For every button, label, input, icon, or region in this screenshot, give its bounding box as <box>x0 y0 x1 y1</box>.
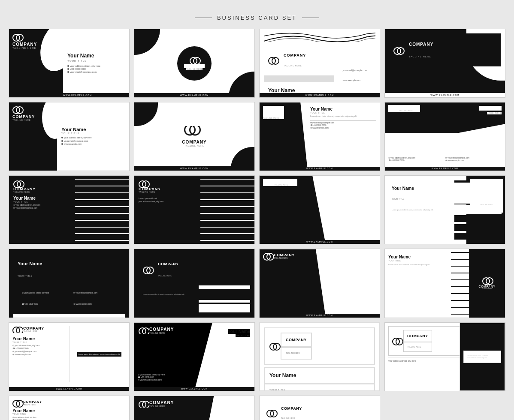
title-line-left <box>195 18 212 18</box>
card-3-co: COMPANY TAGLINE HERE <box>279 50 310 70</box>
card-21-left: COMPANY TAGLINE HERE Your Name YOUR TITL… <box>12 399 69 420</box>
logo-icon <box>13 180 23 187</box>
card-17-lorem: Lorem ipsum dolor sit amet, consectetur … <box>77 352 121 357</box>
card-3-email: youremail@example.com <box>339 66 371 75</box>
email-icon <box>67 71 69 73</box>
card-23-tagline: TAGLINE HERE <box>278 414 305 420</box>
card-18-title: YOUR TITLE <box>236 334 250 337</box>
card-3-wave <box>260 29 380 42</box>
card-18-logo: COMPANY TAGLINE HERE <box>139 327 174 334</box>
logo-icon <box>12 399 22 406</box>
logo-icon <box>139 327 148 334</box>
card-7-logo: COMPANY TAGLINE HERE <box>263 106 284 119</box>
card-15-co: COMPANY TAGLINE HERE <box>274 253 295 259</box>
card-7-website: ⊕ www.example.com <box>310 127 376 129</box>
card-1-title: YOUR TITLE <box>67 60 125 62</box>
logo-icon <box>12 326 22 333</box>
card-3-company: COMPANY <box>279 50 310 61</box>
line <box>200 213 254 214</box>
card-21-phone: ☎ +00 0000 0000 <box>12 418 69 420</box>
card-15-logo: COMPANY TAGLINE HERE <box>263 252 295 259</box>
card-16: COMPANY TAGLINE HERE Your Name YOUR TITL… <box>384 249 505 318</box>
card-17-website: ⊕ www.example.com <box>12 354 70 356</box>
card-14-lorem: Lorem ipsum dolor sit amet, consectetur … <box>139 289 250 300</box>
card-16-lorem: Lorem ipsum dolor sit amet, consectetur … <box>388 264 502 266</box>
card-17-address: ⊙ your address street, city here <box>12 345 70 347</box>
card-23-company: COMPANY <box>278 403 305 414</box>
card-7-website-bar: WWW.EXAMPLE.COM <box>260 167 380 171</box>
card-12: COMPANY TAGLINE HERE Your Name YOUR TITL… <box>384 175 505 244</box>
web-icon <box>61 143 63 145</box>
page-header: BUSINESS CARD SET <box>9 9 505 21</box>
line <box>75 240 129 241</box>
card-7-company: COMPANY <box>263 113 284 117</box>
card-13-address: ⊙ your address street, city here <box>18 288 69 298</box>
card-22-logo: COMPANY TAGLINE HERE <box>139 400 174 408</box>
card-22-tagline: TAGLINE HERE <box>149 405 174 408</box>
page-title: BUSINESS CARD SET <box>195 15 319 21</box>
card-1-logo <box>12 33 60 40</box>
card-14-logo: COMPANY TAGLINE HERE <box>139 253 250 285</box>
logo-icon <box>392 337 402 344</box>
card-7-title: YOUR TITLE <box>310 111 376 114</box>
line <box>75 192 129 193</box>
card-4: COMPANY TAGLINE HERE WWW.EXAMPLE.COM <box>384 29 505 98</box>
card-14-tagline: TAGLINE HERE <box>154 270 183 281</box>
card-3-contact: youremail@example.com www.example.com <box>334 62 375 89</box>
card-9-name: Your Name <box>13 196 125 201</box>
logo-icon <box>269 342 279 349</box>
card-15-company: COMPANY <box>274 253 295 257</box>
card-1-right: Your Name YOUR TITLE your address street… <box>63 29 129 97</box>
line <box>75 179 129 180</box>
card-5-website: www.example.com <box>61 143 125 145</box>
card-13-website: ⊕ www.example.com <box>69 299 121 309</box>
card-20-tagline: TAGLINE HERE <box>403 342 432 352</box>
card-7-tagline: TAGLINE HERE <box>263 117 284 119</box>
card-5-title: YOUR TITLE <box>61 132 125 135</box>
card-8-info: ⊙ your address street, city here ☎ +00 0… <box>388 157 502 162</box>
title-line-right <box>302 18 319 18</box>
card-17-title: YOUR TITLE <box>12 341 70 344</box>
card-3-website-bar: WWW.EXAMPLE.COM <box>260 93 380 97</box>
card-19-logo: COMPANY TAGLINE HERE <box>264 327 375 365</box>
card-14-co: COMPANY TAGLINE HERE <box>154 258 183 281</box>
card-7-name: Your Name <box>310 107 376 111</box>
card-17-left: COMPANY TAGLINE HERE Your Name YOUR TITL… <box>12 326 70 382</box>
card-9: COMPANY TAGLINE HERE Your Name YOUR TITL… <box>9 175 130 244</box>
line <box>200 220 254 221</box>
card-10-lorem: Lorem ipsum dolor sit <box>139 198 250 200</box>
card-6-wave-top <box>134 102 158 126</box>
card-6-center: COMPANY TAGLINE HERE <box>182 126 206 147</box>
card-17-divider <box>69 326 70 382</box>
card-17-tagline: TAGLINE HERE <box>23 330 44 333</box>
card-13-left-contact: ⊙ your address street, city here ☎ +00 0… <box>18 288 69 310</box>
card-22-co: COMPANY TAGLINE HERE <box>149 400 174 408</box>
card-22-company: COMPANY <box>149 400 174 405</box>
card-16-tagline: TAGLINE HERE <box>481 288 492 290</box>
card-14: COMPANY TAGLINE HERE Lorem ipsum dolor s… <box>134 249 255 318</box>
card-5-left: COMPANY TAGLINE HERE <box>9 102 57 171</box>
card-5-right: Your Name YOUR TITLE your address street… <box>57 102 129 171</box>
card-6-website: WWW.EXAMPLE.COM <box>134 166 254 171</box>
card-3: COMPANY TAGLINE HERE Your Name YOUR TITL… <box>259 29 380 98</box>
card-17-website-bar: WWW.EXAMPLE.COM <box>9 387 129 391</box>
line <box>75 220 129 221</box>
logo-icon <box>184 126 205 139</box>
logo-icon <box>263 252 272 259</box>
card-2-wave-tl <box>134 29 160 55</box>
logo-icon <box>263 179 272 186</box>
logo-icon <box>263 106 272 113</box>
logo-icon <box>388 105 398 112</box>
card-1-email: youremail@example.com <box>67 71 125 73</box>
card-22-white <box>200 396 254 420</box>
card-8-info-right: ✉ youremail@example.com ⊕ www.example.co… <box>445 157 502 162</box>
card-1-left: COMPANY TAGLINE HERE <box>9 29 63 97</box>
card-17-co: COMPANY TAGLINE HERE <box>23 326 44 333</box>
logo-icon <box>190 57 199 63</box>
card-6: COMPANY TAGLINE HERE WWW.EXAMPLE.COM <box>134 102 255 171</box>
card-7-phone: ☎ +00 0000 0000 <box>310 124 376 126</box>
card-4-company: COMPANY <box>405 38 438 51</box>
card-21-logo: COMPANY TAGLINE HERE <box>12 399 69 406</box>
card-11-co: COMPANY TAGLINE HERE <box>274 179 297 186</box>
card-13-name: Your Name <box>13 257 125 270</box>
